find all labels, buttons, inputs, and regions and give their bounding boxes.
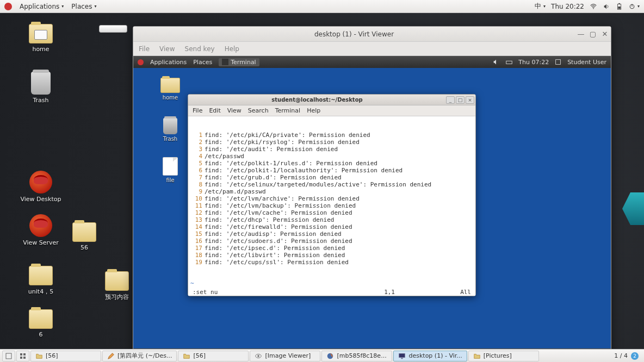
vv-menu-file[interactable]: File <box>139 45 150 53</box>
outer-workspace-badge[interactable]: 2 <box>631 352 639 360</box>
terminal-line: 6find: '/etc/polkit-1/localauthority': P… <box>190 167 473 174</box>
clock[interactable]: Thu 20:22 <box>551 3 584 10</box>
term-menu-search[interactable]: Search <box>248 107 269 114</box>
input-method-indicator[interactable]: 中 ▾ <box>535 2 546 11</box>
battery-icon[interactable] <box>616 3 623 10</box>
outer-desktop[interactable]: home Trash View Desktop View Server 56 u… <box>0 13 644 349</box>
terminal-line: 3find: '/etc/audit': Permission denied <box>190 146 473 153</box>
guest-icon-home[interactable]: home <box>154 78 187 101</box>
term-menu-terminal[interactable]: Terminal <box>275 107 301 114</box>
desktop-icon-home[interactable]: home <box>19 24 63 53</box>
task-label: desktop (1) - Vir... <box>408 352 462 359</box>
outer-bottom-taskbar: [56][第四单元 (~/Des...[56][Image Viewer][mb… <box>0 349 644 362</box>
terminal-line: 16find: '/etc/sudoers.d': Permission den… <box>190 238 473 245</box>
guest-places-menu[interactable]: Places <box>193 59 212 66</box>
home-folder-icon <box>160 78 180 93</box>
virt-viewer-menubar: File View Send key Help <box>133 42 611 56</box>
outer-workspace-indicator[interactable]: 1 / 4 <box>614 352 628 359</box>
firefox-icon <box>326 352 334 360</box>
task-label: [56] <box>46 352 58 359</box>
vv-menu-sendkey[interactable]: Send key <box>185 45 215 53</box>
volume-icon[interactable] <box>492 58 500 66</box>
taskbar-item[interactable]: [mb585f8c18e... <box>321 351 392 361</box>
svg-rect-7 <box>556 60 561 65</box>
desktop-icon-trash[interactable]: Trash <box>19 72 63 104</box>
desktop-icon-drive[interactable] <box>91 25 135 35</box>
launcher-label: Terminal <box>231 59 256 66</box>
svg-rect-10 <box>23 353 26 355</box>
desktop-icon-view-server[interactable]: View Server <box>19 214 63 246</box>
terminal-line: 12find: '/etc/lvm/cache': Permission den… <box>190 209 473 216</box>
taskbar-item[interactable]: [Pictures] <box>468 351 539 361</box>
terminal-menubar: File Edit View Search Terminal Help <box>188 105 475 116</box>
folder-icon <box>105 271 129 291</box>
icon-label: unit4，5 <box>19 288 63 296</box>
svg-rect-12 <box>23 357 26 359</box>
virt-viewer-titlebar[interactable]: desktop (1) - Virt Viewer — ▢ ✕ <box>133 27 611 42</box>
maximize-button[interactable]: ▢ <box>587 30 599 38</box>
close-button[interactable]: × <box>466 96 474 104</box>
virt-viewer-window[interactable]: desktop (1) - Virt Viewer — ▢ ✕ File Vie… <box>133 26 611 361</box>
term-menu-edit[interactable]: Edit <box>209 107 220 114</box>
user-icon <box>554 58 562 66</box>
terminal-line: 19find: '/etc/cups/ssl': Permission deni… <box>190 259 473 266</box>
network-icon[interactable] <box>505 58 513 66</box>
terminal-line: 15find: '/etc/audisp': Permission denied <box>190 230 473 238</box>
power-menu[interactable]: ▾ <box>629 3 640 10</box>
term-menu-help[interactable]: Help <box>307 107 320 114</box>
desktop-folder-unit45[interactable]: unit4，5 <box>19 266 63 296</box>
close-button[interactable]: ✕ <box>599 30 611 38</box>
pencil-icon <box>107 352 115 360</box>
icon-label: View Server <box>19 239 63 246</box>
terminal-body[interactable]: 1find: '/etc/pki/CA/private': Permission… <box>188 116 475 296</box>
desktop-folder-preview[interactable]: 预习内容 <box>95 271 139 301</box>
applications-menu[interactable]: Applications ▾ <box>20 3 64 10</box>
terminal-line: 4/etc/passwd <box>190 153 473 160</box>
minimize-button[interactable]: — <box>575 30 587 38</box>
term-menu-file[interactable]: File <box>193 107 202 114</box>
guest-icon-file[interactable]: file <box>154 157 187 183</box>
terminal-line: 5find: '/etc/polkit-1/rules.d': Permissi… <box>190 160 473 167</box>
terminal-line: 18find: '/etc/libvirt': Permission denie… <box>190 252 473 259</box>
wifi-icon[interactable] <box>590 3 597 10</box>
task-label: [Image Viewer] <box>265 352 311 359</box>
home-folder-icon <box>29 24 53 43</box>
taskbar-item[interactable]: desktop (1) - Vir... <box>393 351 467 361</box>
guest-terminal-window[interactable]: student@localhost:~/Desktop _ □ × File E… <box>188 94 476 296</box>
show-desktop-button[interactable] <box>2 351 15 361</box>
guest-icon-trash[interactable]: Trash <box>154 118 187 142</box>
terminal-titlebar[interactable]: student@localhost:~/Desktop _ □ × <box>188 95 475 105</box>
svg-rect-8 <box>6 353 11 359</box>
taskbar-item[interactable]: [Image Viewer] <box>250 351 320 361</box>
guest-clock[interactable]: Thu 07:22 <box>518 59 549 66</box>
guest-desktop[interactable]: home Trash file student@localhost:~/Desk… <box>133 68 611 348</box>
terminal-line: 10find: '/etc/lvm/archive': Permission d… <box>190 195 473 202</box>
window-list-button[interactable] <box>16 351 29 361</box>
taskbar-item[interactable]: [56] <box>178 351 249 361</box>
task-label: [Pictures] <box>484 352 512 359</box>
vv-menu-help[interactable]: Help <box>225 45 239 53</box>
term-menu-view[interactable]: View <box>227 107 242 114</box>
guest-applications-menu[interactable]: Applications <box>150 59 187 66</box>
vv-menu-view[interactable]: View <box>159 45 175 53</box>
redhat-icon <box>29 171 52 194</box>
svg-rect-9 <box>20 353 22 355</box>
desktop-folder-56[interactable]: 56 <box>63 222 106 251</box>
guest-vm-screen[interactable]: Applications Places Terminal Thu 07:22 S… <box>133 56 611 360</box>
task-label: [56] <box>193 352 206 359</box>
desktop-icon-view-desktop[interactable]: View Desktop <box>19 171 63 203</box>
taskbar-item[interactable]: [第四单元 (~/Des... <box>102 351 177 361</box>
taskbar-item[interactable]: [56] <box>30 351 101 361</box>
terminal-line: 2find: '/etc/pki/rsyslog': Permission de… <box>190 139 473 146</box>
desktop-folder-6[interactable]: 6 <box>19 309 63 338</box>
minimize-button[interactable]: _ <box>446 96 455 104</box>
volume-icon[interactable] <box>603 3 610 10</box>
svg-rect-3 <box>618 7 620 9</box>
maximize-button[interactable]: □ <box>456 96 465 104</box>
guest-terminal-launcher[interactable]: Terminal <box>219 58 259 66</box>
places-menu[interactable]: Places ▾ <box>71 3 96 10</box>
icon-label: 预习内容 <box>95 293 139 301</box>
icon-label: home <box>154 95 187 101</box>
redhat-logo-icon <box>138 59 144 65</box>
guest-user-label[interactable]: Student User <box>567 59 606 66</box>
